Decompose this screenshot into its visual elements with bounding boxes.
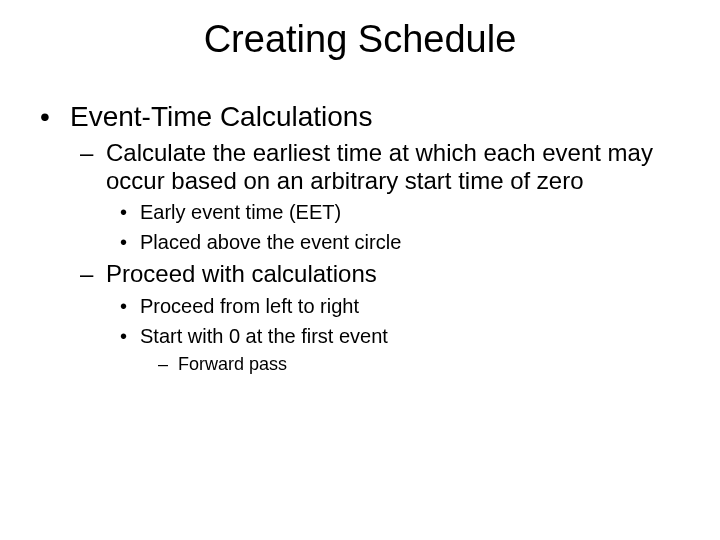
list-item: Proceed with calculations [0, 260, 720, 288]
list-item: Placed above the event circle [0, 230, 720, 254]
list-item: Event-Time Calculations [0, 101, 720, 133]
slide-title: Creating Schedule [0, 0, 720, 71]
list-item: Forward pass [0, 354, 720, 376]
list-item: Proceed from left to right [0, 294, 720, 318]
list-item: Calculate the earliest time at which eac… [0, 139, 720, 194]
list-item: Early event time (EET) [0, 200, 720, 224]
bullet-list: Event-Time Calculations Calculate the ea… [0, 101, 720, 376]
list-item: Start with 0 at the first event [0, 324, 720, 348]
slide: Creating Schedule Event-Time Calculation… [0, 0, 720, 540]
